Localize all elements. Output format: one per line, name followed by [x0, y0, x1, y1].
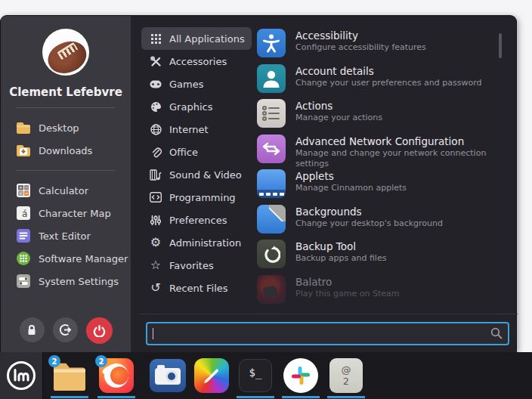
- menu-sidebar: Clement Lefebvre Desktop Downloads +−×=: [1, 16, 131, 352]
- mail-icon: @ 2: [329, 358, 363, 393]
- category-graphics[interactable]: Graphics: [141, 95, 252, 118]
- logout-button[interactable]: [53, 317, 78, 342]
- category-label: Preferences: [169, 215, 227, 226]
- account-icon: [257, 64, 286, 93]
- application-list: Accessibility Configure accessibility fe…: [257, 29, 506, 310]
- mail-icon-count: 2: [343, 376, 349, 387]
- applets-icon: [257, 169, 286, 198]
- category-label: Administration: [169, 237, 241, 249]
- sidebar-item-system-settings[interactable]: System Settings: [1, 270, 131, 292]
- sidebar-item-text-editor[interactable]: Text Editor: [1, 224, 131, 247]
- app-accessibility[interactable]: Accessibility Configure accessibility fe…: [257, 29, 506, 64]
- category-label: Accessories: [169, 56, 227, 67]
- app-description: Play this game on Steam: [295, 289, 399, 299]
- taskbar-item-firefox[interactable]: 2: [97, 358, 136, 393]
- network-icon: [257, 135, 286, 163]
- sidebar-item-downloads[interactable]: Downloads: [1, 139, 131, 162]
- menu-button[interactable]: [0, 352, 43, 399]
- sidebar-item-calculator[interactable]: +−×= Calculator: [1, 179, 131, 202]
- sidebar-item-character-map[interactable]: á Character Map: [1, 202, 131, 224]
- category-all-applications[interactable]: All Applications: [141, 27, 252, 50]
- app-backgrounds[interactable]: Backgrounds Change your desktop's backgr…: [257, 205, 506, 240]
- taskbar-item-slack[interactable]: [281, 358, 320, 393]
- accessibility-icon: [257, 29, 286, 57]
- app-actions[interactable]: Actions Manage your actions: [257, 99, 506, 135]
- calculator-icon: +−×=: [15, 182, 32, 199]
- app-title: Balatro: [295, 276, 399, 289]
- paperclip-icon: [148, 147, 163, 158]
- app-account-details[interactable]: Account details Change your user prefere…: [257, 64, 506, 100]
- category-label: Internet: [169, 124, 209, 135]
- running-indicator: [237, 396, 274, 398]
- category-accessories[interactable]: Accessories: [141, 50, 252, 73]
- sidebar-item-label: Character Map: [39, 208, 111, 219]
- svg-text:+: +: [19, 184, 23, 190]
- mail-icon-at-glyph: @: [342, 364, 351, 376]
- backgrounds-icon: [257, 205, 286, 234]
- category-preferences[interactable]: Preferences: [141, 209, 252, 231]
- software-manager-icon: [15, 250, 32, 267]
- app-backup-tool[interactable]: Backup Tool Backup apps and files: [257, 240, 506, 275]
- svg-text:−: −: [24, 184, 28, 190]
- folder-icon: [15, 119, 32, 136]
- notification-badge: 2: [48, 355, 60, 367]
- sidebar-item-desktop[interactable]: Desktop: [1, 116, 131, 139]
- camera-icon: [150, 359, 186, 392]
- category-favorites[interactable]: ☆ Favorites: [141, 254, 252, 277]
- notification-badge: 2: [95, 355, 107, 367]
- avatar[interactable]: [42, 29, 89, 76]
- svg-text:á: á: [22, 209, 27, 219]
- category-label: Programming: [169, 192, 236, 203]
- power-button[interactable]: [86, 317, 113, 344]
- app-description: Change your desktop's background: [295, 218, 443, 229]
- category-internet[interactable]: Internet: [141, 118, 252, 141]
- lock-button[interactable]: [20, 317, 45, 342]
- app-description: Backup apps and files: [295, 253, 386, 264]
- scrollbar-thumb[interactable]: [499, 33, 502, 58]
- app-description: Manage and change your network connectio…: [295, 148, 506, 169]
- app-title: Account details: [295, 65, 481, 78]
- cinnamon-menu: Clement Lefebvre Desktop Downloads +−×=: [0, 15, 517, 352]
- text-editor-icon: [15, 227, 32, 244]
- lock-icon: [26, 324, 37, 336]
- app-title: Backup Tool: [295, 240, 386, 253]
- backup-icon: [257, 240, 286, 268]
- app-title: Advanced Network Configuration: [295, 135, 506, 148]
- gear-icon: ⚙: [148, 237, 163, 249]
- paint-icon: [194, 358, 229, 393]
- balatro-icon: [257, 275, 286, 304]
- code-icon: [148, 192, 163, 203]
- app-advanced-network-configuration[interactable]: Advanced Network Configuration Manage an…: [257, 135, 506, 170]
- taskbar: 2 2 $_: [0, 352, 532, 399]
- logout-icon: [59, 323, 72, 336]
- taskbar-item-terminal[interactable]: $_: [236, 358, 275, 393]
- category-sound-video[interactable]: Sound & Video: [141, 163, 252, 186]
- running-indicator: [51, 396, 88, 398]
- taskbar-item-files[interactable]: 2: [50, 358, 89, 393]
- power-icon: [93, 324, 106, 337]
- search-input[interactable]: [146, 322, 509, 345]
- category-administration[interactable]: ⚙ Administration: [141, 231, 252, 254]
- category-games[interactable]: Games: [141, 73, 252, 95]
- taskbar-item-drawing[interactable]: [192, 358, 231, 393]
- app-applets[interactable]: Applets Manage Cinnamon applets: [257, 169, 506, 205]
- taskbar-item-mail[interactable]: @ 2: [326, 358, 366, 393]
- sidebar-item-label: Downloads: [39, 145, 92, 156]
- avatar-football-image: [44, 37, 89, 76]
- category-label: Graphics: [169, 101, 212, 113]
- grid-icon: [148, 34, 163, 44]
- user-name: Clement Lefebvre: [1, 85, 131, 99]
- category-recent-files[interactable]: ↺ Recent Files: [141, 277, 252, 299]
- category-office[interactable]: Office: [141, 141, 252, 163]
- taskbar-item-camera[interactable]: [148, 358, 187, 393]
- svg-text:×: ×: [19, 190, 23, 196]
- app-description: Change your user preferences and passwor…: [295, 78, 481, 88]
- sidebar-item-software-manager[interactable]: Software Manager: [1, 247, 131, 270]
- category-programming[interactable]: Programming: [141, 186, 252, 209]
- category-list: All Applications Accessories Games Graph…: [141, 27, 252, 299]
- app-title: Actions: [295, 100, 382, 113]
- app-balatro[interactable]: Balatro Play this game on Steam: [257, 275, 506, 311]
- palette-icon: [148, 101, 163, 113]
- terminal-prompt-label: $_: [249, 367, 262, 379]
- sidebar-item-label: Calculator: [39, 185, 88, 196]
